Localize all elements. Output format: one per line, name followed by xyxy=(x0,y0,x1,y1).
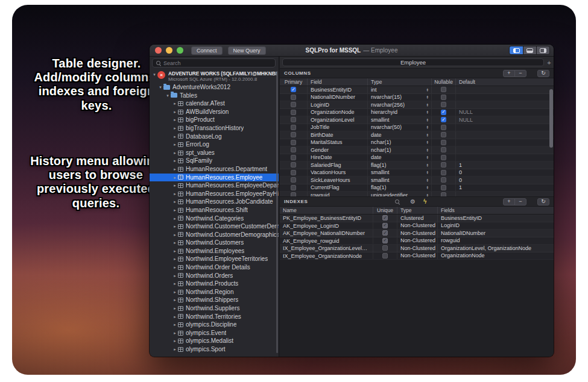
column-default-cell[interactable]: 0 xyxy=(456,177,554,184)
nullable-checkbox[interactable] xyxy=(441,102,446,107)
type-stepper[interactable]: ▴▾ xyxy=(426,155,428,159)
tab-employee[interactable]: Employee xyxy=(282,58,544,66)
disclosure-icon[interactable]: ▸ xyxy=(172,174,178,182)
column-type-cell[interactable]: int▴▾ xyxy=(368,86,432,93)
column-field-cell[interactable]: SalariedFlag xyxy=(308,161,368,169)
column-field-cell[interactable]: VacationHours xyxy=(308,169,368,177)
column-row[interactable]: LoginIDnvarchar(256)▴▾ xyxy=(280,101,554,109)
sidebar-item-table[interactable]: ▸olympics.Medalist xyxy=(150,337,279,345)
refresh-columns-button[interactable]: ↻ xyxy=(537,70,549,77)
sidebar-item-table[interactable]: ▸HumanResources.JobCandidate xyxy=(150,198,279,206)
index-name-cell[interactable]: IX_Employee_OrganizationNode xyxy=(280,252,373,260)
primary-checkbox[interactable] xyxy=(291,162,296,168)
disclosure-icon[interactable]: ▸ xyxy=(172,198,178,206)
index-row[interactable]: IX_Employee_OrganizationLevel_Organizati… xyxy=(280,245,554,252)
disclosure-icon[interactable]: ▸ xyxy=(172,157,178,165)
column-row[interactable]: BirthDatedate▴▾ xyxy=(280,131,554,139)
sidebar-item-table[interactable]: ▸AWBuildVersion xyxy=(150,108,279,116)
new-query-button[interactable]: New Query xyxy=(228,46,266,55)
column-field-cell[interactable]: MaritalStatus xyxy=(308,139,368,146)
primary-checkbox[interactable] xyxy=(291,132,296,137)
disclosure-icon[interactable]: ▸ xyxy=(172,231,178,239)
column-row[interactable]: CurrentFlagflag(1)▴▾1 xyxy=(280,184,554,192)
sidebar-item-connection[interactable]: ▾ ADVENTURE WORKS (SQLFAMILY!@MHKNBN2KDZ… xyxy=(150,69,279,83)
column-field-cell[interactable]: SickLeaveHours xyxy=(308,177,368,184)
index-name-cell[interactable]: AK_Employee_rowguid xyxy=(280,237,373,245)
index-fields-cell[interactable]: BusinessEntityID xyxy=(438,214,554,222)
disclosure-icon[interactable]: ▸ xyxy=(172,214,178,223)
disclosure-icon[interactable]: ▸ xyxy=(172,99,178,108)
nullable-checkbox[interactable] xyxy=(441,162,446,168)
type-stepper[interactable]: ▴▾ xyxy=(426,133,428,137)
unique-checkbox[interactable] xyxy=(382,253,388,258)
disclosure-icon[interactable]: ▸ xyxy=(172,247,178,255)
sidebar-item-table[interactable]: ▸Northwind.Orders xyxy=(150,272,279,280)
remove-column-button[interactable]: − xyxy=(514,70,526,77)
column-default-cell[interactable] xyxy=(456,86,554,93)
columns-scrollbar[interactable] xyxy=(549,89,553,148)
primary-checkbox[interactable] xyxy=(291,102,296,107)
disclosure-icon[interactable]: ▸ xyxy=(172,296,178,304)
nullable-checkbox[interactable] xyxy=(441,95,446,100)
sidebar-item-table[interactable]: ▸calendar.ATest xyxy=(150,99,279,108)
sidebar-item-table[interactable]: ▸Northwind.Products xyxy=(150,280,279,288)
disclosure-icon[interactable]: ▸ xyxy=(172,255,178,263)
type-stepper[interactable]: ▴▾ xyxy=(426,171,428,174)
column-type-cell[interactable]: nvarchar(15)▴▾ xyxy=(368,94,432,101)
type-stepper[interactable]: ▴▾ xyxy=(426,178,428,182)
type-stepper[interactable]: ▴▾ xyxy=(426,103,428,107)
add-column-button[interactable]: + xyxy=(503,70,515,77)
disclosure-icon[interactable]: ▸ xyxy=(172,313,178,321)
toggle-sidebar-button[interactable] xyxy=(510,46,523,54)
type-stepper[interactable]: ▴▾ xyxy=(426,125,428,129)
column-row[interactable]: VacationHourssmallint▴▾0 xyxy=(280,169,554,177)
column-default-cell[interactable] xyxy=(456,124,554,131)
index-row[interactable]: AK_Employee_LoginIDNon-ClusteredLoginID xyxy=(280,222,554,230)
column-type-cell[interactable]: nchar(1)▴▾ xyxy=(368,146,432,154)
sidebar-item-table[interactable]: ▸Northwind.Suppliers xyxy=(150,304,279,313)
column-row[interactable]: NationalIDNumbernvarchar(15)▴▾ xyxy=(280,94,554,102)
column-default-cell[interactable] xyxy=(456,131,554,139)
column-default-cell[interactable]: NULL xyxy=(456,116,554,124)
sidebar-item-table[interactable]: ▸olympics.Sport xyxy=(150,345,279,354)
nullable-checkbox[interactable] xyxy=(441,155,446,160)
sidebar-item-table[interactable]: ▸Northwind.Customers xyxy=(150,239,279,247)
disclosure-icon[interactable]: ▸ xyxy=(172,181,178,190)
index-name-cell[interactable]: AK_Employee_NationalIDNumber xyxy=(280,230,373,237)
sidebar-item-table[interactable]: ▸bigProduct xyxy=(150,116,279,124)
disclosure-icon[interactable]: ▸ xyxy=(172,239,178,247)
column-field-cell[interactable]: CurrentFlag xyxy=(308,184,368,192)
column-row[interactable]: SickLeaveHourssmallint▴▾0 xyxy=(280,177,554,184)
sidebar-item-table[interactable]: ▸HumanResources.Shift xyxy=(150,206,279,214)
index-type-cell[interactable]: Clustered xyxy=(397,214,438,222)
disclosure-icon[interactable]: ▸ xyxy=(172,337,178,345)
column-type-cell[interactable]: nvarchar(256)▴▾ xyxy=(368,101,432,108)
column-type-cell[interactable]: flag(1)▴▾ xyxy=(368,161,432,169)
column-field-cell[interactable]: HireDate xyxy=(308,154,368,161)
column-row[interactable]: HireDatedate▴▾ xyxy=(280,154,554,162)
disclosure-icon[interactable]: ▸ xyxy=(172,124,178,133)
primary-checkbox[interactable] xyxy=(291,125,296,130)
column-row[interactable]: OrganizationLevelsmallint▴▾NULL xyxy=(280,116,554,124)
search-input[interactable] xyxy=(163,60,272,66)
sidebar-item-table[interactable]: ▸Northwind.Categories xyxy=(150,214,279,223)
index-row[interactable]: AK_Employee_rowguidNon-Clusteredrowguid xyxy=(280,237,554,245)
column-field-cell[interactable]: BirthDate xyxy=(308,131,368,139)
disclosure-icon[interactable]: ▸ xyxy=(172,272,178,280)
column-type-cell[interactable]: nvarchar(50)▴▾ xyxy=(368,124,432,131)
sidebar-item-table[interactable]: ▸HumanResources.EmployeePayHistory xyxy=(150,190,279,198)
minimize-window-button[interactable] xyxy=(166,47,172,54)
primary-checkbox[interactable] xyxy=(291,170,296,175)
search-indexes-icon[interactable] xyxy=(394,199,400,204)
close-window-button[interactable] xyxy=(155,47,162,54)
lightning-icon[interactable]: ϟ xyxy=(423,199,426,205)
primary-checkbox[interactable] xyxy=(291,185,296,190)
primary-checkbox[interactable] xyxy=(291,147,296,152)
column-field-cell[interactable]: NationalIDNumber xyxy=(308,94,368,101)
sidebar-item-table[interactable]: ▸Northwind.EmployeeTerritories xyxy=(150,255,279,263)
index-type-cell[interactable]: Non-Clustered xyxy=(397,252,438,260)
column-type-cell[interactable]: date▴▾ xyxy=(368,131,432,139)
disclosure-icon[interactable]: ▸ xyxy=(172,329,178,337)
type-stepper[interactable]: ▴▾ xyxy=(426,148,428,152)
column-default-cell[interactable] xyxy=(456,139,554,146)
